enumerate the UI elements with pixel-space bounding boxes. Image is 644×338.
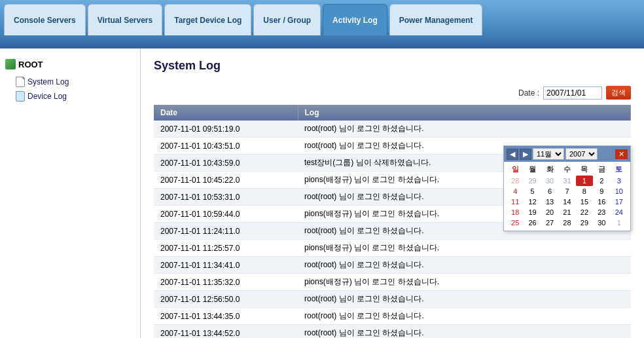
calendar-cell[interactable]: 11 xyxy=(507,197,524,207)
calendar-week-row: 18192021222324 xyxy=(507,207,628,217)
calendar-cell[interactable]: 22 xyxy=(576,207,593,217)
calendar-cell[interactable]: 12 xyxy=(524,197,541,207)
table-row: 2007-11-01 09:51:19.0root(root) 님이 로그인 하… xyxy=(154,121,631,138)
page-title: System Log xyxy=(154,59,631,73)
blue-band xyxy=(0,35,644,48)
calendar-cell[interactable]: 27 xyxy=(541,217,558,228)
table-header-row: Date Log xyxy=(154,105,631,121)
calendar-cell[interactable]: 8 xyxy=(576,186,593,197)
calendar-cell[interactable]: 18 xyxy=(507,207,524,217)
tab-power-management[interactable]: Power Management xyxy=(389,4,483,35)
calendar-cell[interactable]: 29 xyxy=(524,176,541,186)
table-row: 2007-11-01 12:56:50.0root(root) 님이 로그인 하… xyxy=(154,291,631,308)
sidebar-root-label: ROOT xyxy=(18,60,43,69)
calendar-week-row: 45678910 xyxy=(507,186,628,197)
table-row: 2007-11-01 13:44:35.0root(root) 님이 로그인 하… xyxy=(154,308,631,325)
col-log: Log xyxy=(298,105,631,121)
cell-date: 2007-11-01 11:35:32.0 xyxy=(154,274,298,291)
calendar-cell[interactable]: 19 xyxy=(524,207,541,217)
main-content: ROOT System Log Device Log System Log Da… xyxy=(0,48,644,338)
cell-log: root(root) 님이 로그인 하셨습니다. xyxy=(298,121,631,138)
calendar-cell[interactable]: 26 xyxy=(524,217,541,228)
cell-date: 2007-11-01 11:34:41.0 xyxy=(154,257,298,274)
calendar-cell[interactable]: 30 xyxy=(593,217,610,228)
tab-target-device-log[interactable]: Target Device Log xyxy=(164,4,251,35)
cell-date: 2007-11-01 13:44:35.0 xyxy=(154,308,298,325)
sidebar: ROOT System Log Device Log xyxy=(0,48,141,338)
calendar-cell[interactable]: 28 xyxy=(558,217,575,228)
tab-bar: Console ServersVirtual ServersTarget Dev… xyxy=(0,0,644,35)
calendar-cell[interactable]: 6 xyxy=(541,186,558,197)
calendar-cell[interactable]: 9 xyxy=(593,186,610,197)
sidebar-item-label-system-log: System Log xyxy=(27,77,69,86)
table-row: 2007-11-01 11:34:41.0root(root) 님이 로그인 하… xyxy=(154,257,631,274)
cal-header-화: 화 xyxy=(541,164,558,174)
calendar-nav: ◀ ▶ 1월2월3월4월5월6월7월8월9월10월11월12월 20052006… xyxy=(504,146,630,162)
calendar-cell[interactable]: 31 xyxy=(558,176,575,186)
tab-virtual-servers[interactable]: Virtual Servers xyxy=(88,4,163,35)
cal-next-button[interactable]: ▶ xyxy=(520,149,531,160)
calendar-cell[interactable]: 21 xyxy=(558,207,575,217)
calendar-week-row: 11121314151617 xyxy=(507,197,628,207)
calendar-cell[interactable]: 7 xyxy=(558,186,575,197)
cell-log: root(root) 님이 로그인 하셨습니다. xyxy=(298,308,631,325)
calendar-cell[interactable]: 2 xyxy=(593,176,610,186)
calendar-cell[interactable]: 15 xyxy=(576,197,593,207)
calendar-cell[interactable]: 1 xyxy=(576,176,593,186)
sidebar-item-system-log[interactable]: System Log xyxy=(5,75,135,89)
table-row: 2007-11-01 11:25:57.0pions(배정규) 님이 로그인 하… xyxy=(154,240,631,257)
calendar-cell[interactable]: 16 xyxy=(593,197,610,207)
month-select[interactable]: 1월2월3월4월5월6월7월8월9월10월11월12월 xyxy=(533,148,564,160)
search-button[interactable]: 검색 xyxy=(606,86,631,100)
date-input[interactable] xyxy=(543,86,602,100)
calendar-cell[interactable]: 14 xyxy=(558,197,575,207)
cal-prev-button[interactable]: ◀ xyxy=(507,149,518,160)
calendar-cell[interactable]: 5 xyxy=(524,186,541,197)
system-log-icon xyxy=(16,77,25,87)
calendar-cell[interactable]: 17 xyxy=(611,197,628,207)
date-bar-area: Date : 검색 xyxy=(154,86,631,100)
cell-date: 2007-11-01 10:59:44.0 xyxy=(154,206,298,223)
calendar-cell[interactable]: 30 xyxy=(541,176,558,186)
calendar-week-row: 2526272829301 xyxy=(507,217,628,228)
cell-date: 2007-11-01 13:44:52.0 xyxy=(154,325,298,339)
table-row: 2007-11-01 11:35:32.0pions(배정규) 님이 로그인 하… xyxy=(154,274,631,291)
content-panel: System Log Date : 검색 Date Log 2007-11-01… xyxy=(141,48,644,338)
cell-date: 2007-11-01 10:43:51.0 xyxy=(154,138,298,155)
device-log-icon xyxy=(16,91,25,102)
calendar-week-row: 28293031123 xyxy=(507,176,628,186)
root-icon xyxy=(5,59,16,69)
cell-date: 2007-11-01 09:51:19.0 xyxy=(154,121,298,138)
cell-date: 2007-11-01 11:24:11.0 xyxy=(154,223,298,240)
calendar-cell[interactable]: 13 xyxy=(541,197,558,207)
cell-date: 2007-11-01 12:56:50.0 xyxy=(154,291,298,308)
calendar-popup: ◀ ▶ 1월2월3월4월5월6월7월8월9월10월11월12월 20052006… xyxy=(503,145,631,231)
year-select[interactable]: 20052006200720082009 xyxy=(565,148,598,160)
col-date: Date xyxy=(154,105,298,121)
cell-date: 2007-11-01 10:43:59.0 xyxy=(154,155,298,172)
calendar-cell[interactable]: 4 xyxy=(507,186,524,197)
cal-header-토: 토 xyxy=(611,164,628,174)
calendar-cell[interactable]: 23 xyxy=(593,207,610,217)
sidebar-item-device-log[interactable]: Device Log xyxy=(5,89,135,103)
tab-console-servers[interactable]: Console Servers xyxy=(4,4,86,35)
calendar-cell[interactable]: 3 xyxy=(611,176,628,186)
calendar-close-button[interactable]: ✕ xyxy=(615,149,628,159)
cell-log: root(root) 님이 로그인 하셨습니다. xyxy=(298,325,631,339)
cell-date: 2007-11-01 11:25:57.0 xyxy=(154,240,298,257)
calendar-cell[interactable]: 10 xyxy=(611,186,628,197)
calendar-cell[interactable]: 25 xyxy=(507,217,524,228)
cal-header-일: 일 xyxy=(507,164,524,174)
calendar-grid: 일월화수목금토 28293031123456789101112131415161… xyxy=(504,162,630,231)
calendar-cell[interactable]: 24 xyxy=(611,207,628,217)
tab-activity-log[interactable]: Activity Log xyxy=(323,4,387,35)
cell-date: 2007-11-01 10:53:31.0 xyxy=(154,189,298,206)
calendar-cell[interactable]: 20 xyxy=(541,207,558,217)
cell-log: pions(배정규) 님이 로그인 하셨습니다. xyxy=(298,274,631,291)
tab-user-group[interactable]: User / Group xyxy=(253,4,321,35)
calendar-cell[interactable]: 28 xyxy=(507,176,524,186)
sidebar-root-item[interactable]: ROOT xyxy=(5,59,135,69)
cell-log: root(root) 님이 로그인 하셨습니다. xyxy=(298,291,631,308)
calendar-cell[interactable]: 1 xyxy=(611,217,628,228)
calendar-cell[interactable]: 29 xyxy=(576,217,593,228)
